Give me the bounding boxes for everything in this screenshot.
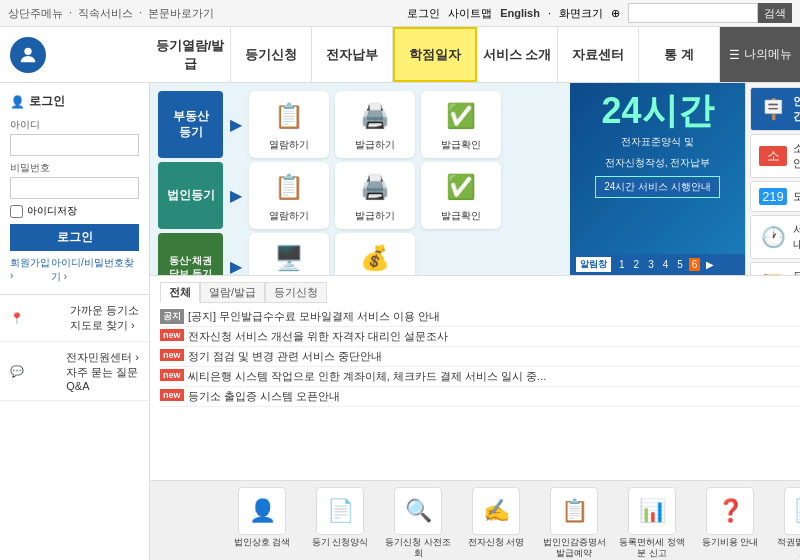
clock-icon: 🕐 [759, 225, 787, 249]
right-card-1[interactable]: 219 도로명주소 안내 › [750, 181, 800, 212]
bottom-icon-4[interactable]: 📋 법인인감증명서 발급예약 [539, 487, 609, 559]
reg-fee-icon: ❓ [706, 487, 754, 535]
pw-input[interactable] [10, 177, 139, 199]
news-tab-all[interactable]: 전체 [160, 282, 200, 303]
sidebar-find-registry[interactable]: 📍 가까운 등기소지도로 찾기 › [0, 295, 149, 342]
alert-num-5[interactable]: 5 [674, 258, 686, 271]
pw-field: 비밀번호 [10, 161, 139, 199]
news-text-0[interactable]: [공지] 무인발급수수료 모바일결제 서비스 이용 안내 [188, 309, 800, 324]
verify-label-0: 발급확인 [441, 138, 481, 152]
bottom-icon-label-7: 적권말소등기등 보기 [773, 537, 800, 559]
remember-label: 아이디저장 [27, 204, 77, 218]
bottom-icon-1[interactable]: 📄 등기 신청양식 [305, 487, 375, 559]
english-link[interactable]: English [500, 7, 540, 19]
news-badge-3: new [160, 369, 184, 381]
bottom-icon-7[interactable]: 📝 적권말소등기등 보기 [773, 487, 800, 559]
bottom-icon-label-1: 등기 신청양식 [312, 537, 369, 548]
main-nav: 등기열람/발급 등기신청 전자납부 학점일자 서비스 소개 자료센터 통 계 ☰… [150, 27, 800, 82]
service-view-1[interactable]: 📋 열람하기 [249, 162, 329, 229]
separator2: · [139, 6, 142, 21]
bottom-icon-5[interactable]: 📊 등록면허세 정액분 신고 [617, 487, 687, 559]
alert-nums: 1 2 3 4 5 6 ▶ [616, 258, 717, 271]
view-icon-0: 📋 [270, 97, 308, 135]
alert-next[interactable]: ▶ [703, 258, 717, 271]
alert-label: 알림창 [576, 257, 611, 272]
issue-label-0: 발급하기 [355, 138, 395, 152]
right-card-0[interactable]: 소 소액임차인의 범위 안내 › [750, 134, 800, 178]
id-input[interactable] [10, 134, 139, 156]
news-tab-apply[interactable]: 등기신청 [265, 282, 327, 303]
sidebar-ecivil[interactable]: 💬 전자민원센터 ›자주 묻는 질문Q&A [0, 342, 149, 401]
service-verify-0[interactable]: ✅ 발급확인 [421, 91, 501, 158]
nav-item-3[interactable]: 학점일자 [393, 27, 477, 82]
nav-item-5[interactable]: 자료센터 [558, 27, 639, 82]
top-link-content[interactable]: 본문바로가기 [148, 6, 214, 21]
alert-num-4[interactable]: 4 [660, 258, 672, 271]
nav-my-menu[interactable]: ☰ 나의메뉴 [720, 27, 800, 82]
sidebar-map-label: 가까운 등기소지도로 찾기 › [70, 303, 139, 333]
verify-icon-1: ✅ [442, 168, 480, 206]
search-input[interactable] [628, 3, 758, 23]
view-label-0: 열람하기 [269, 138, 309, 152]
reg-form-icon: 📄 [316, 487, 364, 535]
road-icon: 219 [759, 188, 787, 205]
bottom-icon-label-3: 전자신청 서명 [468, 537, 525, 548]
fontsize-plus[interactable]: ⊕ [611, 7, 620, 20]
right-card-3[interactable]: 📜 등기 출입증 신청관리 › [750, 262, 800, 275]
main-area: 👤 로그인 아이디 비밀번호 아이디저장 로그인 회원가입 › 아이디/비밀번호… [0, 83, 800, 560]
nav-item-6[interactable]: 통 계 [639, 27, 720, 82]
service-verify-1[interactable]: ✅ 발급확인 [421, 162, 501, 229]
remember-checkbox[interactable] [10, 205, 23, 218]
nav-item-0[interactable]: 등기열람/발급 [150, 27, 231, 82]
category-realestate: 부동산등기 [158, 91, 223, 158]
news-text-2[interactable]: 정기 점검 및 변경 관련 서비스 중단안내 [188, 349, 800, 364]
news-text-3[interactable]: 씨티은행 시스템 작업으로 인한 계좌이체, 체크카드 결제 서비스 일시 중.… [188, 369, 800, 384]
news-badge-2: new [160, 349, 184, 361]
alert-num-6[interactable]: 6 [689, 258, 701, 271]
join-link[interactable]: 회원가입 › [10, 256, 51, 284]
search-button[interactable]: 검색 [758, 3, 792, 23]
login-button[interactable]: 로그인 [10, 224, 139, 251]
alert-num-2[interactable]: 2 [631, 258, 643, 271]
news-item-1: new 전자신청 서비스 개선을 위한 자격자 대리인 설문조사 2019-08… [160, 327, 800, 347]
cancel-reg-icon: 📝 [784, 487, 800, 535]
sitemap-link[interactable]: 사이트맵 [448, 6, 492, 21]
search-box: 검색 [628, 3, 792, 23]
header: 대한민국 법원 인터넷등기소 등기열람/발급 등기신청 전자납부 학점일자 서비… [0, 27, 800, 83]
pw-label: 비밀번호 [10, 161, 139, 175]
bottom-icon-3[interactable]: ✍️ 전자신청 서명 [461, 487, 531, 559]
logo-icon [10, 37, 46, 73]
sidebar-ecivil-label: 전자민원센터 ›자주 묻는 질문Q&A [66, 350, 139, 392]
service-epay[interactable]: 💰 전자납부 [335, 233, 415, 275]
right-card-text-2: 서비스 이용시간 안내 [793, 222, 800, 252]
login-link[interactable]: 로그인 [407, 6, 440, 21]
service-view-0[interactable]: 📋 열람하기 [249, 91, 329, 158]
news-text-1[interactable]: 전자신청 서비스 개선을 위한 자격자 대리인 설문조사 [188, 329, 800, 344]
right-card-2[interactable]: 🕐 서비스 이용시간 안내 › [750, 215, 800, 259]
bottom-icon-0[interactable]: 👤 법인상호 검색 [227, 487, 297, 559]
alert-num-3[interactable]: 3 [645, 258, 657, 271]
news-tab-view[interactable]: 열람/발급 [200, 282, 265, 303]
service-issue-1[interactable]: 🖨️ 발급하기 [335, 162, 415, 229]
top-bar-right: 로그인 사이트맵 English · 화면크기 ⊕ 검색 [407, 3, 792, 23]
banner-btn[interactable]: 24시간 서비스 시행안내 [595, 176, 720, 198]
prereview-icon: 🔍 [394, 487, 442, 535]
bottom-icon-2[interactable]: 🔍 등기신청 사전조회 [383, 487, 453, 559]
news-text-4[interactable]: 등기소 출입증 시스템 오픈안내 [188, 389, 800, 404]
login-heading: 로그인 [29, 93, 65, 110]
news-item-4: new 등기소 출입증 시스템 오픈안내 2019-07-30 [160, 387, 800, 407]
right-featured-card[interactable]: 🪧 인터넷등기소간편길잡이 ◎ [750, 87, 800, 131]
banner-desc2: 전자신청작성, 전자납부 [580, 155, 735, 170]
nav-item-2[interactable]: 전자납부 [312, 27, 393, 82]
service-integrated[interactable]: 🖥️ 통합전자등기 [249, 233, 329, 275]
alert-num-1[interactable]: 1 [616, 258, 628, 271]
logo: 대한민국 법원 인터넷등기소 [0, 27, 150, 82]
service-issue-0[interactable]: 🖨️ 발급하기 [335, 91, 415, 158]
bottom-icon-6[interactable]: ❓ 등기비용 안내 [695, 487, 765, 559]
login-section: 👤 로그인 아이디 비밀번호 아이디저장 로그인 회원가입 › 아이디/비밀번호… [0, 83, 149, 295]
remember-me: 아이디저장 [10, 204, 139, 218]
arrow-icon-2: ▶ [227, 233, 245, 275]
nav-item-1[interactable]: 등기신청 [231, 27, 312, 82]
find-link[interactable]: 아이디/비밀번호찾기 › [51, 256, 139, 284]
nav-item-4[interactable]: 서비스 소개 [477, 27, 558, 82]
